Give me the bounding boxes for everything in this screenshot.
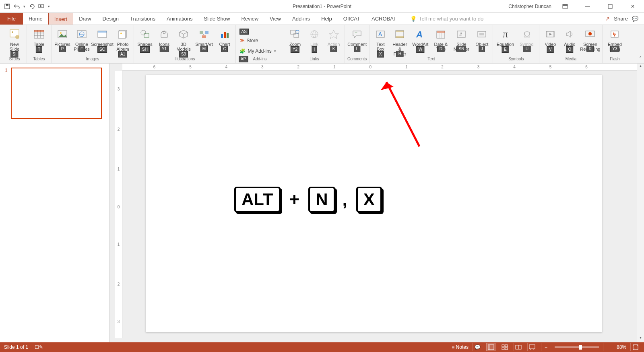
group-flash: Embed Flash Y3 Flash	[603, 25, 627, 63]
header-footer-button[interactable]: Header & Footer H	[391, 27, 408, 56]
keytip: SH	[140, 46, 150, 53]
slide-number-button[interactable]: # Slide Number SN	[452, 27, 471, 51]
tab-animations[interactable]: Animations	[161, 13, 198, 25]
group-addins: AS 🛍 Store 🧩 My Add-ins ▾ AP Add-ins	[236, 25, 284, 63]
tab-view[interactable]: View	[264, 13, 287, 25]
tab-slide-show[interactable]: Slide Show	[198, 13, 235, 25]
reading-view-button[interactable]	[514, 343, 523, 351]
object-button[interactable]: Object J	[473, 27, 490, 51]
slide-canvas[interactable]: ALT + N , X	[146, 75, 602, 332]
slide-thumbnail-1[interactable]	[11, 68, 102, 119]
collapse-ribbon-icon[interactable]: ˄	[639, 56, 642, 62]
undo-dropdown-icon[interactable]: ▾	[23, 4, 25, 8]
zoom-out-button[interactable]: −	[541, 343, 551, 351]
chart-button[interactable]: Chart C	[216, 27, 233, 51]
svg-point-16	[60, 32, 62, 34]
audio-button[interactable]: Audio▾ O	[561, 27, 578, 52]
redo-icon[interactable]	[29, 3, 35, 10]
group-images: Pictures P Online Pictures F Screenshot▾…	[52, 25, 134, 63]
comment-button[interactable]: + Comment L	[347, 27, 367, 51]
tab-add-ins[interactable]: Add-ins	[287, 13, 316, 25]
3d-models-button[interactable]: 3D Models▾ S3	[175, 27, 192, 57]
group-links: Zoom▾ Y2 Link▾ I Action K Links	[284, 25, 345, 63]
icons-button[interactable]: Icons Y1	[156, 27, 173, 51]
maximize-button[interactable]	[601, 0, 619, 12]
scroll-up-icon[interactable]: ▴	[637, 64, 644, 71]
save-icon[interactable]	[4, 3, 10, 10]
slideshow-view-button[interactable]	[527, 343, 537, 351]
my-addins-button[interactable]: 🧩 My Add-ins ▾ AP	[239, 46, 281, 56]
keytip: SI	[10, 51, 18, 58]
keytip: I	[312, 46, 317, 53]
svg-rect-33	[224, 32, 226, 38]
keytip: T	[36, 46, 42, 53]
comments-pane-icon[interactable]: 💬	[632, 16, 638, 22]
tab-draw[interactable]: Draw	[73, 13, 97, 25]
file-tab[interactable]: File	[0, 13, 23, 25]
tab-review[interactable]: Review	[235, 13, 264, 25]
svg-rect-29	[205, 31, 208, 34]
screenshot-button[interactable]: Screenshot▾ SC	[93, 27, 112, 52]
keytip: Y1	[160, 46, 169, 52]
text-box-button[interactable]: A Text Box▾ X	[372, 27, 389, 57]
shapes-button[interactable]: Shapes▾ SH	[136, 27, 153, 52]
tab-offcat[interactable]: OffCAT	[338, 13, 366, 25]
svg-point-25	[141, 30, 146, 35]
fit-to-window-button[interactable]	[630, 343, 640, 351]
svg-rect-14	[34, 30, 44, 32]
tell-me-search[interactable]: 💡 Tell me what you want to do	[410, 13, 483, 25]
user-name[interactable]: Christopher Duncan	[508, 4, 551, 9]
zoom-slider[interactable]	[555, 346, 599, 348]
wordart-button[interactable]: A WordArt▾ W	[411, 27, 430, 52]
comments-button[interactable]: 💬	[473, 343, 482, 351]
pictures-button[interactable]: Pictures P	[54, 27, 71, 51]
date-time-button[interactable]: Date & Time D	[432, 27, 449, 51]
close-button[interactable]: ✕	[624, 0, 642, 12]
embed-flash-button[interactable]: Embed Flash Y3	[605, 27, 624, 51]
slide-counter[interactable]: Slide 1 of 1	[4, 344, 28, 350]
start-from-beginning-icon[interactable]	[38, 3, 45, 10]
lightbulb-icon: 💡	[410, 16, 417, 22]
keytip: V	[547, 46, 554, 53]
slide-sorter-view-button[interactable]	[500, 343, 510, 351]
vertical-scrollbar[interactable]: ▴ ▾	[637, 64, 644, 342]
qat-customize-icon[interactable]: ▾	[48, 4, 50, 8]
scroll-down-icon[interactable]: ▾	[637, 335, 644, 342]
tab-acrobat[interactable]: ACROBAT	[366, 13, 402, 25]
notes-button[interactable]: ≡ Notes	[452, 344, 469, 350]
normal-view-button[interactable]	[486, 343, 496, 351]
undo-icon[interactable]	[14, 3, 20, 10]
tab-home[interactable]: Home	[23, 13, 48, 25]
online-pictures-button[interactable]: Online Pictures F	[73, 27, 90, 51]
tab-transitions[interactable]: Transitions	[124, 13, 161, 25]
svg-rect-21	[98, 31, 107, 33]
tab-design[interactable]: Design	[97, 13, 124, 25]
video-button[interactable]: Video▾ V	[542, 27, 559, 52]
svg-rect-23	[118, 31, 126, 38]
tab-help[interactable]: Help	[316, 13, 338, 25]
tab-insert[interactable]: Insert	[48, 13, 74, 25]
store-button[interactable]: AS 🛍 Store	[239, 36, 281, 45]
share-button[interactable]: Share	[614, 16, 628, 22]
keycap-n: N	[308, 187, 335, 212]
accessibility-icon[interactable]: ☐✎	[35, 344, 43, 350]
minimize-button[interactable]: —	[579, 0, 597, 12]
group-comments: + Comment L Comments	[345, 25, 369, 63]
zoom-level[interactable]: 88%	[617, 344, 626, 350]
ribbon-display-options-icon[interactable]	[556, 0, 574, 12]
svg-text:A: A	[378, 31, 382, 37]
slide-thumbnails-panel: 1	[0, 64, 109, 342]
keytip: L	[354, 46, 360, 52]
keytip: AS	[239, 29, 249, 35]
smartart-button[interactable]: SmartArt M	[194, 27, 214, 51]
photo-album-button[interactable]: Photo Album▾ A1	[114, 27, 131, 57]
equation-button[interactable]: π Equation▾ E	[495, 27, 515, 52]
svg-rect-70	[529, 345, 535, 349]
zoom-button[interactable]: Zoom▾ Y2	[287, 27, 303, 52]
screen-recording-button[interactable]: Screen Recording R	[580, 27, 600, 51]
new-slide-button[interactable]: New Slide▾ SI	[5, 27, 24, 57]
keytip: W	[417, 46, 424, 53]
table-button[interactable]: Table▾ T	[29, 27, 49, 52]
zoom-in-button[interactable]: +	[603, 343, 613, 351]
svg-rect-28	[200, 31, 203, 34]
